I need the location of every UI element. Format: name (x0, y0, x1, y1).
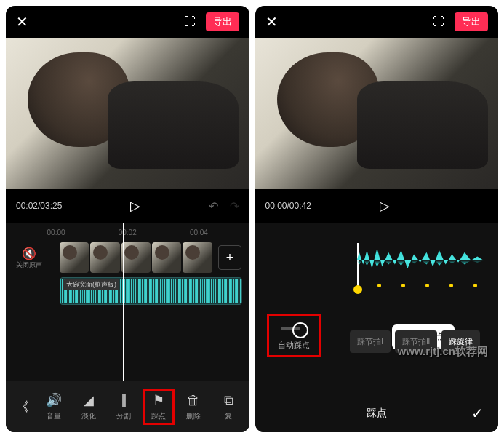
speaker-muted-icon: 🔇 (16, 247, 42, 260)
tool-copy[interactable]: ⧉复 (212, 390, 244, 424)
close-icon[interactable]: ✕ (265, 13, 278, 31)
back-icon[interactable]: 《 (10, 395, 35, 418)
copy-icon: ⧉ (224, 393, 233, 408)
video-clip[interactable] (183, 242, 212, 273)
auto-beat-label: 自动踩点 (278, 340, 310, 351)
close-icon[interactable]: ✕ (16, 13, 28, 31)
time-ruler: 00:00 00:02 00:04 (6, 228, 249, 236)
tool-label: 音量 (47, 411, 61, 421)
play-icon[interactable]: ▷ (380, 198, 390, 214)
expand-icon[interactable]: ⛶ (184, 15, 196, 28)
tool-delete[interactable]: 🗑删除 (177, 390, 209, 424)
undo-redo: ↶ ↷ (209, 199, 239, 213)
top-right-controls: ⛶ 导出 (184, 12, 239, 31)
playhead[interactable] (123, 223, 124, 381)
video-clip[interactable] (90, 242, 119, 273)
beat-dot[interactable] (401, 284, 405, 287)
redo-icon[interactable]: ↷ (230, 199, 239, 213)
tool-label: 删除 (186, 411, 201, 421)
top-bar: ✕ ⛶ 导出 (255, 6, 499, 38)
volume-icon: 🔊 (46, 392, 62, 408)
undo-icon[interactable]: ↶ (209, 199, 218, 213)
confirm-icon[interactable]: ✓ (471, 405, 484, 422)
mute-label: 关闭原声 (16, 261, 42, 268)
timeline[interactable]: 00:00 00:02 00:04 🔇 关闭原声 + 大碗宽面(枪声版) (6, 223, 249, 381)
bottom-bar: 踩点 ✓ (255, 394, 499, 432)
toggle-switch-icon (279, 321, 308, 337)
editor-screen-left: ✕ ⛶ 导出 00:02/03:25 ▷ ↶ ↷ 00:00 00:02 00:… (6, 6, 249, 432)
auto-beat-toggle[interactable]: 自动踩点 (267, 314, 321, 357)
beat-dots (377, 284, 477, 287)
bottom-toolbar: 《 🔊音量 ◢淡化 ‖分割 ⚑踩点 🗑删除 ⧉复 (6, 381, 249, 432)
tool-label: 淡化 (81, 411, 96, 421)
video-clip[interactable] (152, 242, 181, 273)
ruler-tick: 00:04 (190, 228, 208, 236)
expand-icon[interactable]: ⛶ (433, 15, 444, 28)
tool-label: 复 (225, 411, 232, 421)
tool-label: 分割 (116, 411, 131, 421)
flag-icon: ⚑ (153, 392, 164, 408)
audio-track-label: 大碗宽面(枪声版) (63, 279, 119, 290)
video-clip[interactable] (60, 242, 89, 273)
top-bar: ✕ ⛶ 导出 (6, 6, 249, 38)
track-area: 🔇 关闭原声 + 大碗宽面(枪声版) (6, 242, 249, 305)
ruler-tick: 00:02 (119, 228, 137, 236)
time-display: 00:02/03:25 (16, 201, 62, 211)
tool-label: 踩点 (151, 411, 166, 421)
editor-screen-right: ✕ ⛶ 导出 00:00/00:42 ▷ —删除点 自动踩点 踩节拍Ⅰ 踩节拍Ⅱ… (255, 6, 499, 432)
video-preview[interactable] (255, 38, 499, 189)
beat-timeline[interactable]: —删除点 自动踩点 踩节拍Ⅰ 踩节拍Ⅱ 踩旋律 www.rjtj.cn软荐网 (255, 223, 499, 394)
waveform-large[interactable] (357, 240, 484, 281)
top-right-controls: ⛶ 导出 (433, 12, 488, 31)
add-clip-button[interactable]: + (218, 245, 242, 270)
beat-dot[interactable] (449, 284, 453, 287)
tool-volume[interactable]: 🔊音量 (38, 389, 70, 424)
beat-dot[interactable] (425, 284, 429, 287)
ruler-tick: 00:00 (47, 228, 65, 236)
split-icon: ‖ (121, 392, 127, 408)
playback-controls: 00:00/00:42 ▷ (255, 189, 499, 223)
screen-title: 踩点 (367, 407, 387, 420)
video-preview[interactable] (6, 38, 249, 189)
beat-dot[interactable] (473, 284, 477, 287)
audio-track[interactable]: 大碗宽面(枪声版) (60, 277, 242, 305)
tool-split[interactable]: ‖分割 (108, 389, 140, 424)
fade-icon: ◢ (84, 392, 94, 408)
beat-dot[interactable] (377, 284, 381, 287)
video-clip[interactable] (121, 242, 151, 273)
mute-original[interactable]: 🔇 关闭原声 (16, 247, 42, 270)
time-display: 00:00/00:42 (265, 201, 311, 211)
playback-controls: 00:02/03:25 ▷ ↶ ↷ (6, 189, 249, 223)
tool-beat[interactable]: ⚑踩点 (143, 389, 175, 425)
beat-mode-1[interactable]: 踩节拍Ⅰ (350, 330, 391, 353)
play-icon[interactable]: ▷ (130, 198, 140, 214)
trash-icon: 🗑 (187, 393, 200, 408)
tool-fade[interactable]: ◢淡化 (73, 389, 105, 424)
export-button[interactable]: 导出 (206, 12, 239, 31)
video-clips: + (60, 242, 242, 273)
export-button[interactable]: 导出 (455, 12, 488, 31)
watermark-text: www.rjtj.cn软荐网 (398, 345, 488, 359)
